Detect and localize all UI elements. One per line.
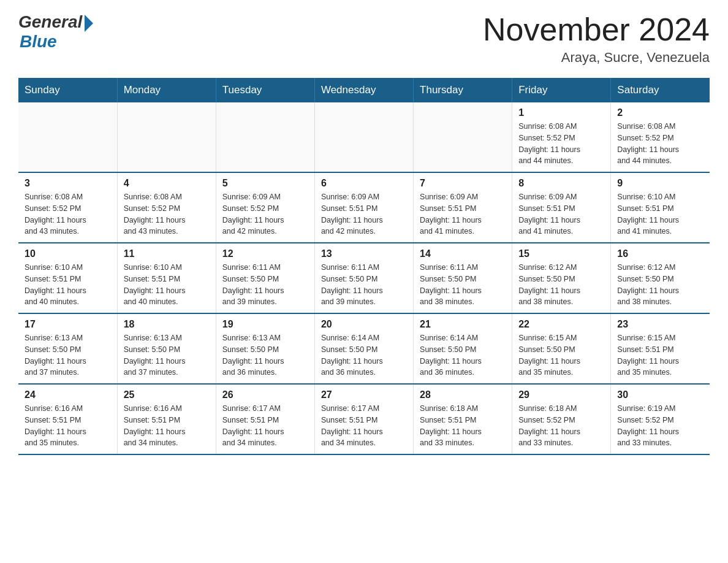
day-info: Sunrise: 6:17 AMSunset: 5:51 PMDaylight:…	[321, 403, 407, 449]
calendar-cell: 20Sunrise: 6:14 AMSunset: 5:50 PMDayligh…	[314, 313, 413, 384]
calendar-cell: 6Sunrise: 6:09 AMSunset: 5:51 PMDaylight…	[314, 172, 413, 243]
calendar-cell: 3Sunrise: 6:08 AMSunset: 5:52 PMDaylight…	[18, 172, 117, 243]
week-row-4: 17Sunrise: 6:13 AMSunset: 5:50 PMDayligh…	[18, 313, 710, 384]
day-number: 26	[222, 389, 308, 400]
weekday-header-row: SundayMondayTuesdayWednesdayThursdayFrid…	[18, 78, 710, 102]
calendar-cell: 21Sunrise: 6:14 AMSunset: 5:50 PMDayligh…	[414, 313, 512, 384]
day-info: Sunrise: 6:08 AMSunset: 5:52 PMDaylight:…	[124, 191, 210, 237]
week-row-2: 3Sunrise: 6:08 AMSunset: 5:52 PMDaylight…	[18, 172, 710, 243]
day-number: 13	[321, 248, 407, 259]
calendar-cell	[117, 102, 216, 172]
calendar-cell: 12Sunrise: 6:11 AMSunset: 5:50 PMDayligh…	[216, 243, 314, 313]
calendar-cell	[414, 102, 512, 172]
weekday-header-tuesday: Tuesday	[216, 78, 314, 102]
day-info: Sunrise: 6:15 AMSunset: 5:51 PMDaylight:…	[617, 332, 703, 378]
day-info: Sunrise: 6:13 AMSunset: 5:50 PMDaylight:…	[25, 332, 111, 378]
day-number: 15	[518, 248, 604, 259]
day-info: Sunrise: 6:12 AMSunset: 5:50 PMDaylight:…	[617, 262, 703, 308]
calendar-cell: 9Sunrise: 6:10 AMSunset: 5:51 PMDaylight…	[611, 172, 710, 243]
day-info: Sunrise: 6:08 AMSunset: 5:52 PMDaylight:…	[518, 121, 604, 167]
day-number: 12	[222, 248, 308, 259]
calendar-cell: 14Sunrise: 6:11 AMSunset: 5:50 PMDayligh…	[414, 243, 512, 313]
day-number: 17	[25, 319, 111, 330]
day-number: 20	[321, 319, 407, 330]
day-info: Sunrise: 6:11 AMSunset: 5:50 PMDaylight:…	[420, 262, 506, 308]
day-info: Sunrise: 6:19 AMSunset: 5:52 PMDaylight:…	[617, 403, 703, 449]
day-info: Sunrise: 6:09 AMSunset: 5:51 PMDaylight:…	[518, 191, 604, 237]
location-title: Araya, Sucre, Venezuela	[483, 50, 710, 66]
day-number: 3	[25, 178, 111, 189]
day-info: Sunrise: 6:09 AMSunset: 5:51 PMDaylight:…	[321, 191, 407, 237]
day-info: Sunrise: 6:09 AMSunset: 5:52 PMDaylight:…	[222, 191, 308, 237]
day-number: 1	[518, 107, 604, 118]
day-number: 25	[124, 389, 210, 400]
day-info: Sunrise: 6:08 AMSunset: 5:52 PMDaylight:…	[617, 121, 703, 167]
day-number: 16	[617, 248, 703, 259]
week-row-5: 24Sunrise: 6:16 AMSunset: 5:51 PMDayligh…	[18, 384, 710, 454]
calendar-cell	[18, 102, 117, 172]
day-info: Sunrise: 6:13 AMSunset: 5:50 PMDaylight:…	[124, 332, 210, 378]
weekday-header-sunday: Sunday	[18, 78, 117, 102]
day-number: 24	[25, 389, 111, 400]
day-number: 27	[321, 389, 407, 400]
day-info: Sunrise: 6:14 AMSunset: 5:50 PMDaylight:…	[321, 332, 407, 378]
calendar-cell: 22Sunrise: 6:15 AMSunset: 5:50 PMDayligh…	[512, 313, 611, 384]
logo-arrow-icon	[85, 15, 93, 32]
calendar-cell: 8Sunrise: 6:09 AMSunset: 5:51 PMDaylight…	[512, 172, 611, 243]
week-row-3: 10Sunrise: 6:10 AMSunset: 5:51 PMDayligh…	[18, 243, 710, 313]
page-header: General Blue November 2024 Araya, Sucre,…	[18, 12, 710, 66]
day-info: Sunrise: 6:11 AMSunset: 5:50 PMDaylight:…	[321, 262, 407, 308]
day-number: 23	[617, 319, 703, 330]
calendar-cell: 1Sunrise: 6:08 AMSunset: 5:52 PMDaylight…	[512, 102, 611, 172]
day-number: 6	[321, 178, 407, 189]
day-info: Sunrise: 6:09 AMSunset: 5:51 PMDaylight:…	[420, 191, 506, 237]
day-number: 19	[222, 319, 308, 330]
calendar-cell: 15Sunrise: 6:12 AMSunset: 5:50 PMDayligh…	[512, 243, 611, 313]
calendar-cell: 30Sunrise: 6:19 AMSunset: 5:52 PMDayligh…	[611, 384, 710, 454]
day-number: 30	[617, 389, 703, 400]
logo-general-text: General	[18, 12, 82, 32]
day-number: 4	[124, 178, 210, 189]
calendar-cell: 7Sunrise: 6:09 AMSunset: 5:51 PMDaylight…	[414, 172, 512, 243]
weekday-header-friday: Friday	[512, 78, 611, 102]
day-number: 10	[25, 248, 111, 259]
day-number: 18	[124, 319, 210, 330]
day-number: 9	[617, 178, 703, 189]
logo-blue-text: Blue	[20, 32, 57, 52]
day-info: Sunrise: 6:08 AMSunset: 5:52 PMDaylight:…	[25, 191, 111, 237]
day-number: 2	[617, 107, 703, 118]
calendar-cell: 4Sunrise: 6:08 AMSunset: 5:52 PMDaylight…	[117, 172, 216, 243]
calendar-cell: 26Sunrise: 6:17 AMSunset: 5:51 PMDayligh…	[216, 384, 314, 454]
calendar-table: SundayMondayTuesdayWednesdayThursdayFrid…	[18, 78, 710, 455]
day-info: Sunrise: 6:16 AMSunset: 5:51 PMDaylight:…	[124, 403, 210, 449]
day-number: 29	[518, 389, 604, 400]
day-number: 21	[420, 319, 506, 330]
logo: General Blue	[18, 12, 93, 52]
day-info: Sunrise: 6:18 AMSunset: 5:52 PMDaylight:…	[518, 403, 604, 449]
calendar-cell: 25Sunrise: 6:16 AMSunset: 5:51 PMDayligh…	[117, 384, 216, 454]
title-block: November 2024 Araya, Sucre, Venezuela	[483, 12, 710, 66]
day-info: Sunrise: 6:12 AMSunset: 5:50 PMDaylight:…	[518, 262, 604, 308]
calendar-cell: 18Sunrise: 6:13 AMSunset: 5:50 PMDayligh…	[117, 313, 216, 384]
calendar-cell: 5Sunrise: 6:09 AMSunset: 5:52 PMDaylight…	[216, 172, 314, 243]
weekday-header-saturday: Saturday	[611, 78, 710, 102]
day-info: Sunrise: 6:17 AMSunset: 5:51 PMDaylight:…	[222, 403, 308, 449]
calendar-cell: 11Sunrise: 6:10 AMSunset: 5:51 PMDayligh…	[117, 243, 216, 313]
calendar-cell: 27Sunrise: 6:17 AMSunset: 5:51 PMDayligh…	[314, 384, 413, 454]
calendar-cell: 24Sunrise: 6:16 AMSunset: 5:51 PMDayligh…	[18, 384, 117, 454]
calendar-cell: 2Sunrise: 6:08 AMSunset: 5:52 PMDaylight…	[611, 102, 710, 172]
calendar-cell: 10Sunrise: 6:10 AMSunset: 5:51 PMDayligh…	[18, 243, 117, 313]
day-number: 7	[420, 178, 506, 189]
weekday-header-thursday: Thursday	[414, 78, 512, 102]
day-info: Sunrise: 6:10 AMSunset: 5:51 PMDaylight:…	[617, 191, 703, 237]
day-number: 14	[420, 248, 506, 259]
calendar-cell: 28Sunrise: 6:18 AMSunset: 5:51 PMDayligh…	[414, 384, 512, 454]
month-year-title: November 2024	[483, 12, 710, 47]
day-info: Sunrise: 6:15 AMSunset: 5:50 PMDaylight:…	[518, 332, 604, 378]
week-row-1: 1Sunrise: 6:08 AMSunset: 5:52 PMDaylight…	[18, 102, 710, 172]
day-info: Sunrise: 6:11 AMSunset: 5:50 PMDaylight:…	[222, 262, 308, 308]
day-info: Sunrise: 6:18 AMSunset: 5:51 PMDaylight:…	[420, 403, 506, 449]
calendar-cell: 16Sunrise: 6:12 AMSunset: 5:50 PMDayligh…	[611, 243, 710, 313]
day-number: 8	[518, 178, 604, 189]
day-info: Sunrise: 6:13 AMSunset: 5:50 PMDaylight:…	[222, 332, 308, 378]
